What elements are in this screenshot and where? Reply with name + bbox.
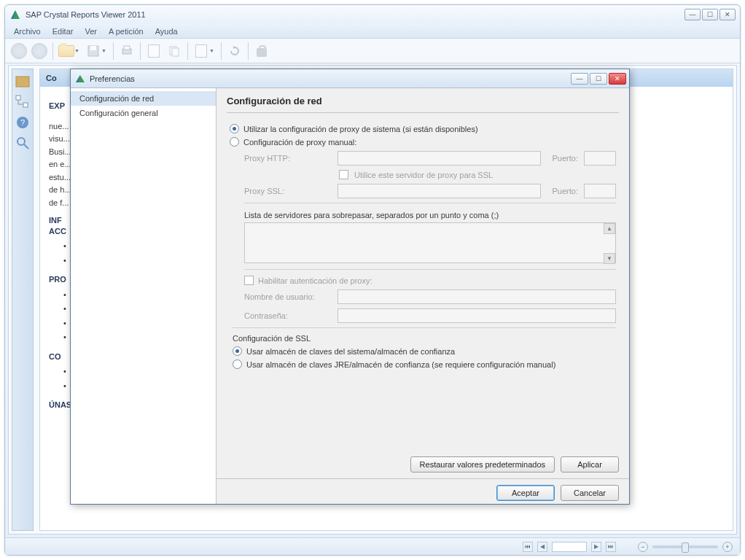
bypass-servers-textarea[interactable] xyxy=(244,222,616,263)
ssl-group-title: Configuración de SSL xyxy=(233,334,616,343)
dialog-maximize-button[interactable]: ☐ xyxy=(590,73,607,85)
separator xyxy=(227,112,619,113)
use-for-ssl-label: Utilice este servidor de proxy para SSL xyxy=(354,171,493,179)
panel-toggle-icon[interactable] xyxy=(15,74,31,90)
export-button[interactable] xyxy=(144,42,163,61)
sidebar-item-general[interactable]: Configuración general xyxy=(71,106,216,120)
dialog-close-button[interactable]: ✕ xyxy=(609,73,626,85)
svg-rect-7 xyxy=(172,48,179,56)
radio-ssl-jre[interactable] xyxy=(233,359,242,369)
radio-ssl-jre-label: Usar almacén de claves JRE/almacén de co… xyxy=(246,360,555,369)
lock-button[interactable] xyxy=(252,42,271,61)
zoom-in-button[interactable]: + xyxy=(722,542,733,552)
dialog-titlebar[interactable]: Preferencias — ☐ ✕ xyxy=(71,69,629,88)
page-number-field[interactable] xyxy=(552,542,587,552)
next-page-button[interactable]: ▶ xyxy=(591,542,601,552)
minimize-button[interactable]: — xyxy=(684,9,701,20)
page-title: Configuración de red xyxy=(217,88,629,112)
separator xyxy=(52,42,53,60)
restore-defaults-button[interactable]: Restaurar valores predeterminados xyxy=(410,456,555,472)
password-label: Contraseña: xyxy=(244,311,332,320)
print-button[interactable] xyxy=(117,42,136,61)
open-folder-button[interactable] xyxy=(57,42,76,61)
cancel-button[interactable]: Cancelar xyxy=(561,485,619,501)
radio-system-proxy-label: Utilizar la configuración de proxy de si… xyxy=(243,125,478,133)
menu-archivo[interactable]: Archivo xyxy=(9,26,45,37)
window-title: SAP Crystal Reports Viewer 2011 xyxy=(26,10,684,19)
svg-text:?: ? xyxy=(20,118,25,127)
separator xyxy=(221,42,222,60)
sidebar-item-network[interactable]: Configuración de red xyxy=(71,91,216,106)
bypass-label: Lista de servidores para sobrepasar, sep… xyxy=(244,211,616,219)
main-titlebar: SAP Crystal Reports Viewer 2011 — ☐ ✕ xyxy=(5,5,740,24)
radio-manual-proxy[interactable] xyxy=(230,137,239,147)
preferences-dialog: Preferencias — ☐ ✕ Configuración de red … xyxy=(70,69,630,505)
toolbar: ▼ ▼ ▼ xyxy=(5,39,740,63)
svg-line-15 xyxy=(24,144,28,149)
prev-page-button[interactable]: ◀ xyxy=(537,542,547,552)
menu-ayuda[interactable]: Ayuda xyxy=(151,26,182,37)
proxy-http-label: Proxy HTTP: xyxy=(244,154,332,163)
nav-back-button[interactable] xyxy=(9,42,28,61)
password-input[interactable] xyxy=(338,308,616,323)
separator xyxy=(187,42,188,60)
dialog-sidebar: Configuración de red Configuración gener… xyxy=(71,88,217,504)
use-for-ssl-checkbox[interactable] xyxy=(339,170,348,179)
port-label: Puerto: xyxy=(553,187,578,195)
svg-rect-9 xyxy=(16,77,29,87)
menu-editar[interactable]: Editar xyxy=(48,26,78,37)
dialog-body: Configuración de red Configuración gener… xyxy=(71,88,629,504)
tree-icon[interactable] xyxy=(15,94,31,110)
nav-forward-button[interactable] xyxy=(30,42,49,61)
page-setup-button[interactable] xyxy=(192,42,211,61)
dialog-minimize-button[interactable]: — xyxy=(571,73,588,85)
dialog-title: Preferencias xyxy=(90,74,569,83)
svg-rect-11 xyxy=(23,103,28,107)
proxy-http-input[interactable] xyxy=(338,151,541,166)
app-icon xyxy=(9,9,21,20)
radio-ssl-system-label: Usar almacén de claves del sistema/almac… xyxy=(246,347,455,356)
proxy-ssl-port-input[interactable] xyxy=(584,184,616,198)
enable-auth-checkbox[interactable] xyxy=(244,276,254,285)
separator xyxy=(140,42,141,60)
separator xyxy=(244,269,616,270)
dialog-icon xyxy=(75,74,85,84)
button-row-ok-cancel: Aceptar Cancelar xyxy=(217,478,629,504)
first-page-button[interactable]: ⏮ xyxy=(523,542,533,552)
enable-auth-label: Habilitar autenticación de proxy: xyxy=(258,276,372,285)
radio-ssl-system[interactable] xyxy=(233,346,242,356)
svg-marker-8 xyxy=(233,46,236,49)
proxy-ssl-label: Proxy SSL: xyxy=(244,187,332,195)
side-toolbar: ? xyxy=(12,69,34,531)
menu-ver[interactable]: Ver xyxy=(80,26,101,37)
separator xyxy=(244,203,616,203)
port-label: Puerto: xyxy=(553,154,578,163)
window-controls: — ☐ ✕ xyxy=(684,9,736,20)
separator xyxy=(248,42,249,60)
proxy-ssl-input[interactable] xyxy=(338,184,541,198)
scrollbar[interactable]: ▲▼ xyxy=(604,223,615,264)
radio-system-proxy[interactable] xyxy=(230,124,239,133)
svg-rect-5 xyxy=(124,46,130,50)
username-input[interactable] xyxy=(338,289,616,304)
refresh-button[interactable] xyxy=(225,42,244,61)
zoom-slider[interactable] xyxy=(652,545,718,548)
svg-rect-10 xyxy=(16,96,20,100)
close-button[interactable]: ✕ xyxy=(719,9,736,20)
last-page-button[interactable]: ⏭ xyxy=(606,542,616,552)
save-button[interactable] xyxy=(84,42,103,61)
svg-rect-3 xyxy=(90,46,96,50)
menu-a-peticion[interactable]: A petición xyxy=(104,26,148,37)
ok-button[interactable]: Aceptar xyxy=(496,485,555,501)
statusbar: ⏮ ◀ ▶ ⏭ − + xyxy=(5,537,740,555)
help-icon[interactable]: ? xyxy=(15,114,31,131)
search-icon[interactable] xyxy=(15,135,31,151)
apply-button[interactable]: Aplicar xyxy=(561,456,619,472)
proxy-http-port-input[interactable] xyxy=(584,151,616,166)
zoom-out-button[interactable]: − xyxy=(638,542,648,552)
dialog-main: Configuración de red Utilizar la configu… xyxy=(217,88,629,504)
maximize-button[interactable]: ☐ xyxy=(702,9,718,20)
menubar: Archivo Editar Ver A petición Ayuda xyxy=(5,24,740,39)
username-label: Nombre de usuario: xyxy=(244,292,332,301)
copy-button[interactable] xyxy=(165,42,184,61)
